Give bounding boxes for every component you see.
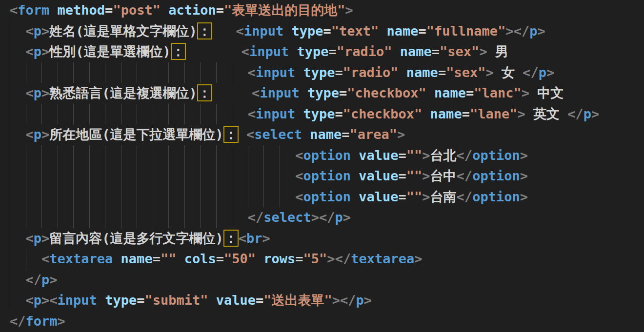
code-token-eq: = xyxy=(462,106,470,121)
code-token-eq: = xyxy=(335,65,343,80)
code-token-text: 留言內容(這是多行文字欄位) xyxy=(49,231,223,246)
code-token-attr: type xyxy=(303,65,335,80)
code-token-punct: </ xyxy=(567,106,584,121)
code-token-punct: > xyxy=(520,148,528,163)
code-line[interactable]: <p>熟悉語言(這是複選欄位)： <input type="checkbox" … xyxy=(0,83,644,104)
code-token-text xyxy=(49,2,57,18)
code-token-tag: p xyxy=(34,44,41,59)
code-token-text: 姓名(這是單格文字欄位) xyxy=(49,23,197,39)
code-token-text xyxy=(351,189,359,204)
code-token-text xyxy=(176,251,184,266)
code-token-tag: p xyxy=(335,210,343,225)
code-token-punct: > xyxy=(41,23,49,39)
code-token-string: "" xyxy=(161,251,177,266)
code-token-text: 台北 xyxy=(430,148,457,163)
code-token-punct: > xyxy=(41,293,49,308)
unicode-highlight-colon: ： xyxy=(197,22,212,39)
code-token-punct: > xyxy=(422,168,430,183)
code-line[interactable]: <textarea name="" cols="50" rows="5"></t… xyxy=(0,249,644,270)
code-token-punct: < xyxy=(26,23,34,39)
code-token-text xyxy=(392,44,400,59)
code-line[interactable]: <p>性別(這是單選欄位)： <input type="radio" name=… xyxy=(0,41,644,62)
code-line[interactable]: <option value="">台北</option> xyxy=(0,145,644,166)
code-line[interactable]: <option value="">台南</option> xyxy=(0,187,644,208)
code-token-text xyxy=(351,148,359,163)
code-token-eq: = xyxy=(438,65,446,80)
code-token-text xyxy=(208,293,216,308)
code-token-punct: > xyxy=(485,65,493,80)
code-token-tag: input xyxy=(256,106,295,121)
unicode-highlight-colon: ： xyxy=(223,126,239,143)
code-token-tag: input xyxy=(260,85,299,100)
code-token-text: 性別(這是單選欄位) xyxy=(49,44,171,59)
code-indentation xyxy=(10,189,295,204)
code-token-tag: br xyxy=(246,231,262,246)
code-token-eq: = xyxy=(256,293,263,308)
code-token-punct: < xyxy=(295,168,303,183)
code-token-attr: method xyxy=(58,2,105,18)
code-token-attr: type xyxy=(307,85,339,100)
code-token-punct: < xyxy=(10,2,18,18)
code-token-punct: > xyxy=(311,210,319,225)
code-token-string: "50" xyxy=(224,251,256,266)
code-indentation xyxy=(10,210,248,225)
code-line[interactable]: </p> xyxy=(0,270,644,291)
code-token-eq: = xyxy=(466,85,474,100)
code-token-attr: rows xyxy=(263,251,295,266)
code-token-punct: </ xyxy=(10,313,26,329)
code-line[interactable]: <p><input type="submit" value="送出表單"></p… xyxy=(0,290,644,311)
code-token-eq: = xyxy=(105,2,113,18)
code-token-attr: value xyxy=(359,168,398,183)
code-line[interactable]: <form method="post" action="表單送出的目的地"> xyxy=(0,0,644,21)
code-token-string: "" xyxy=(406,148,423,163)
code-line[interactable]: <p>所在地區(這是下拉選單欄位)： <select name="area"> xyxy=(0,124,644,145)
code-token-punct: < xyxy=(41,251,49,266)
code-token-attr: name xyxy=(400,44,432,59)
code-token-string: "sex" xyxy=(446,65,485,80)
code-line[interactable]: <input type="checkbox" name="lane"> 英文 <… xyxy=(0,104,644,125)
code-token-string: "sex" xyxy=(440,44,479,59)
code-line[interactable]: <p>留言內容(這是多行文字欄位)：<br> xyxy=(0,228,644,249)
code-token-attr: cols xyxy=(184,251,216,266)
code-token-punct: > xyxy=(41,85,49,100)
code-line[interactable]: <option value="">台中</option> xyxy=(0,166,644,187)
code-token-tag: p xyxy=(41,272,49,287)
code-token-punct: > xyxy=(262,231,270,246)
code-token-text xyxy=(186,44,242,59)
code-token-tag: option xyxy=(303,168,351,183)
code-token-punct: > xyxy=(414,251,422,266)
code-token-punct: > xyxy=(422,189,430,204)
unicode-highlight-colon: ： xyxy=(197,84,212,101)
code-token-text: 台南 xyxy=(430,189,457,204)
code-token-punct: < xyxy=(236,23,244,39)
code-token-text: 熟悉語言(這是複選欄位) xyxy=(49,85,197,100)
code-token-punct: < xyxy=(26,231,34,246)
code-token-tag: p xyxy=(34,23,41,39)
code-indentation xyxy=(10,231,26,246)
code-line[interactable]: <input type="radio" name="sex"> 女 </p> xyxy=(0,62,644,83)
code-token-tag: form xyxy=(26,313,58,329)
code-line[interactable]: </select></p> xyxy=(0,207,644,228)
code-token-string: "radio" xyxy=(337,44,392,59)
code-indentation xyxy=(10,44,26,59)
code-token-text: 女 xyxy=(494,65,523,80)
code-token-tag: p xyxy=(584,106,591,121)
code-token-text xyxy=(302,127,310,142)
code-token-text: 男 xyxy=(487,44,508,59)
code-token-text xyxy=(239,127,246,142)
code-token-tag: option xyxy=(303,189,351,204)
code-line[interactable]: </form> xyxy=(0,311,644,332)
code-token-string: "" xyxy=(406,168,423,183)
code-indentation xyxy=(10,148,295,163)
code-indentation xyxy=(10,127,26,142)
code-token-punct: > xyxy=(397,127,405,142)
code-token-text xyxy=(399,65,406,80)
code-line[interactable]: <p>姓名(這是單格文字欄位)： <input type="text" name… xyxy=(0,21,644,42)
code-token-string: "" xyxy=(406,189,423,204)
code-token-punct: < xyxy=(248,106,256,121)
code-token-punct: </ xyxy=(26,272,42,287)
code-editor-area[interactable]: <form method="post" action="表單送出的目的地"> <… xyxy=(0,0,644,332)
code-token-tag: form xyxy=(18,2,49,18)
code-token-tag: input xyxy=(249,44,289,59)
code-token-text xyxy=(426,85,434,100)
